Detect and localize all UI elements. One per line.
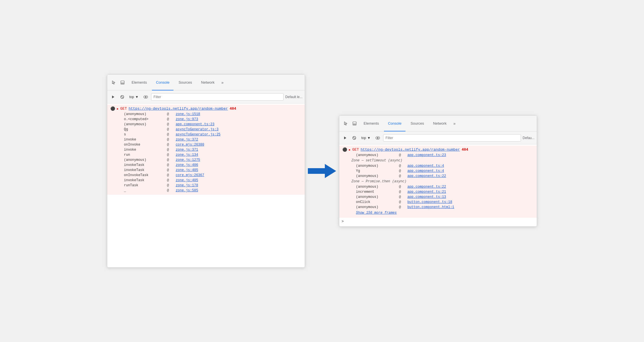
left-default-levels: Default le... [285, 95, 302, 99]
stack-file-link[interactable]: button.component.html:1 [407, 205, 534, 210]
stack-file-link[interactable]: app.component.ts:13 [407, 194, 534, 200]
left-tab-sources[interactable]: Sources [175, 75, 196, 90]
stack-fn-name: (anonymous) [342, 194, 399, 200]
stack-file-link[interactable]: zone.js:405 [176, 178, 302, 183]
left-error-url[interactable]: https://ng-devtools.netlify.app/random-n… [128, 107, 228, 111]
stack-at-sign: @ [167, 117, 176, 122]
stack-file-link[interactable]: app.component.ts:22 [407, 174, 534, 179]
left-context-select[interactable]: top ▼ [128, 94, 140, 100]
stack-file-link[interactable]: zone.js:178 [176, 183, 302, 188]
left-tab-elements[interactable]: Elements [128, 75, 151, 90]
stack-fn-name: increment [342, 189, 399, 194]
stack-frame-row: (anonymous)@app.component.ts:22 [342, 174, 534, 179]
stack-frame-row: (anonymous)@app.component.ts:23 [342, 153, 534, 158]
stack-at-sign: @ [399, 168, 407, 174]
stack-file-link[interactable]: zone.js:406 [176, 163, 302, 168]
left-tabs-bar: Elements Console Sources Network » [107, 75, 305, 90]
stack-frame-row: Qg@asyncToGenerator.js:3 [110, 127, 302, 132]
svg-point-14 [377, 137, 378, 138]
stack-file-link[interactable]: zone.js:585 [176, 188, 302, 193]
right-filter-input[interactable] [383, 134, 521, 142]
left-filter-input[interactable] [151, 93, 284, 101]
stack-file-link[interactable]: app.component.ts:4 [407, 163, 534, 168]
right-error-block: ⚫ ▶ GET https://ng-devtools.netlify.app/… [339, 146, 537, 218]
stack-frame-row: invokeTask@zone.js:405 [110, 178, 302, 183]
stack-fn-name: run [110, 152, 167, 157]
stack-file-link[interactable]: app.component.ts:22 [407, 184, 534, 189]
right-console-prompt: > [339, 218, 537, 225]
stack-at-sign: @ [167, 127, 176, 132]
stack-at-sign: @ [167, 157, 176, 163]
svg-line-4 [121, 96, 123, 98]
stack-frame-row: increment@app.component.ts:21 [342, 189, 534, 194]
stack-fn-name: s [110, 132, 167, 137]
right-cursor-icon[interactable] [342, 120, 349, 127]
left-toolbar: top ▼ Default le... [107, 90, 305, 103]
stack-file-link[interactable]: zone.js:973 [176, 117, 302, 122]
stack-at-sign: @ [167, 137, 176, 142]
stack-at-sign: @ [399, 189, 407, 194]
stack-at-sign: @ [167, 142, 176, 147]
stack-frame-row: invoke@zone.js:372 [110, 137, 302, 142]
right-dock-icon[interactable] [351, 120, 359, 127]
stack-fn-name: (anonymous) [342, 174, 399, 179]
stack-file-link[interactable]: zone.js:372 [176, 137, 302, 142]
svg-marker-10 [344, 137, 346, 139]
stack-file-link[interactable]: zone.js:1275 [176, 157, 302, 163]
stack-file-link[interactable]: app.component.ts:4 [407, 168, 534, 174]
left-dock-icon[interactable] [119, 79, 126, 86]
stack-fn-name: _ [110, 188, 167, 193]
right-tab-more[interactable]: » [452, 121, 457, 126]
stack-file-link[interactable]: zone.js:1518 [176, 112, 302, 117]
stack-at-sign: @ [399, 194, 407, 200]
right-tab-sources[interactable]: Sources [407, 116, 428, 131]
left-eye-icon[interactable] [142, 93, 149, 101]
stack-fn-name: (anonymous) [110, 112, 167, 117]
stack-file-link[interactable]: app.component.ts:23 [176, 122, 302, 127]
right-block-icon[interactable] [351, 134, 358, 142]
stack-file-link[interactable]: core.mjs:26367 [176, 173, 302, 178]
stack-file-link[interactable]: zone.js:134 [176, 152, 302, 157]
stack-fn-name: invokeTask [110, 163, 167, 168]
stack-at-sign: @ [167, 163, 176, 168]
left-cursor-icon[interactable] [110, 79, 117, 86]
stack-at-sign: @ [167, 188, 176, 193]
stack-file-link[interactable]: asyncToGenerator.js:3 [176, 127, 302, 132]
stack-fn-name: onClick [342, 200, 399, 205]
show-more-frames-link[interactable]: Show 156 more frames [342, 210, 534, 216]
right-tab-elements[interactable]: Elements [360, 116, 383, 131]
left-context-chevron: ▼ [135, 95, 139, 99]
left-tab-console[interactable]: Console [152, 75, 173, 90]
left-block-icon[interactable] [119, 93, 126, 101]
left-tab-network[interactable]: Network [197, 75, 219, 90]
stack-file-link[interactable]: app.component.ts:21 [407, 189, 534, 194]
right-console-content: ⚫ ▶ GET https://ng-devtools.netlify.app/… [339, 144, 537, 226]
svg-rect-9 [353, 124, 356, 125]
stack-fn-name: (anonymous) [342, 205, 399, 210]
stack-file-link[interactable]: zone.js:405 [176, 168, 302, 173]
right-devtools-panel: Elements Console Sources Network » top ▼ [339, 115, 537, 227]
right-tab-console[interactable]: Console [384, 116, 405, 131]
arrow-container [305, 160, 339, 182]
right-context-label: top [361, 136, 366, 140]
left-run-icon[interactable] [110, 93, 117, 101]
stack-frame-row: (anonymous)@button.component.html:1 [342, 205, 534, 210]
right-tab-network[interactable]: Network [429, 116, 451, 131]
stack-file-link[interactable]: button.component.ts:18 [407, 200, 534, 205]
stack-frame-row: _@zone.js:585 [110, 188, 302, 193]
right-error-url[interactable]: https://ng-devtools.netlify.app/random-n… [360, 148, 460, 152]
stack-fn-name: (anonymous) [342, 163, 399, 168]
stack-file-link[interactable]: asyncToGenerator.js:25 [176, 132, 302, 137]
blue-arrow-svg [308, 160, 336, 182]
right-run-icon[interactable] [342, 134, 349, 142]
stack-file-link[interactable]: core.mjs:26380 [176, 142, 302, 147]
stack-frame-row: onInvokeTask@core.mjs:26367 [110, 173, 302, 178]
stack-file-link[interactable]: app.component.ts:23 [407, 153, 534, 158]
stack-fn-name: invokeTask [110, 168, 167, 173]
left-tab-more[interactable]: » [220, 80, 225, 85]
stack-file-link[interactable]: zone.js:371 [176, 147, 302, 152]
svg-marker-7 [308, 164, 336, 178]
right-context-select[interactable]: top ▼ [360, 135, 372, 141]
right-eye-icon[interactable] [374, 134, 381, 142]
stack-fn-name: (anonymous) [342, 153, 399, 158]
